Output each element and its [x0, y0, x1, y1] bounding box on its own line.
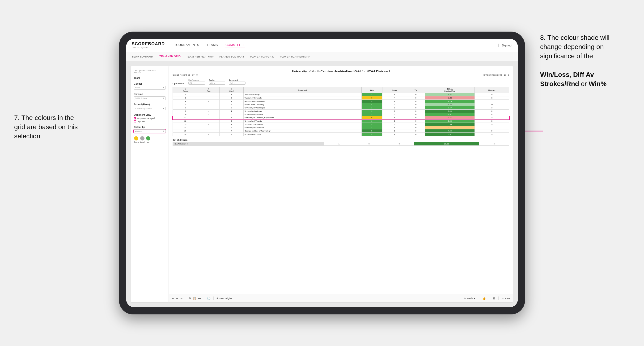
subnav-team-summary[interactable]: TEAM SUMMARY	[132, 54, 154, 59]
td-win: 4	[362, 103, 382, 106]
td-reg: -	[198, 100, 220, 103]
undo-icon[interactable]: ↩	[172, 297, 174, 300]
team-label: Team	[134, 77, 166, 79]
gender-select[interactable]: Men's ▼	[134, 86, 166, 90]
td-reg: -	[198, 120, 220, 123]
td-tie: 0	[407, 93, 425, 96]
td-rank: 4	[173, 100, 198, 103]
main-content: Last Updated: 27/03/2024 16:55:38 Team G…	[126, 61, 518, 307]
clock-icon[interactable]: 🕐	[207, 297, 210, 300]
view-icon: 👁	[216, 297, 218, 300]
td-diff: 6.67	[425, 133, 475, 136]
th-conf: #Conf	[219, 87, 244, 93]
td-reg: -	[198, 113, 220, 116]
subnav-player-summary[interactable]: PLAYER SUMMARY	[219, 54, 244, 59]
thumbs-icon[interactable]: 👍	[482, 297, 486, 300]
td-div-win: 1	[324, 142, 354, 146]
td-loss: 0	[382, 113, 407, 116]
td-loss: 1	[382, 100, 407, 103]
td-tie: 0	[407, 133, 425, 136]
radio-top100[interactable]: Top 100	[134, 120, 166, 123]
radio-opponents-played[interactable]: Opponents Played	[134, 117, 166, 120]
td-div-rounds: 3	[479, 142, 509, 146]
td-win: 1	[362, 120, 382, 123]
legend-dot-up	[146, 136, 150, 141]
td-conf: 3	[219, 120, 244, 123]
td-conf: 1	[219, 93, 244, 96]
td-opponent: Florida State University	[244, 103, 362, 106]
grid-icon[interactable]: ⊞	[493, 297, 495, 300]
td-loss: 1	[382, 93, 407, 96]
nav-committee[interactable]: COMMITTEE	[226, 42, 245, 48]
school-select[interactable]: 1. University of Nort... ▼	[134, 107, 166, 110]
td-opponent: Auburn University	[244, 93, 362, 96]
td-diff: 2.61	[425, 113, 475, 116]
logo-sub: Powered by clippd	[132, 46, 165, 49]
td-rounds: 8	[475, 96, 509, 100]
td-tie: 0	[407, 129, 425, 133]
subnav-player-h2h-grid[interactable]: PLAYER H2H GRID	[250, 54, 274, 59]
td-reg: -	[198, 106, 220, 110]
out-of-division-table: NCAA Division II 1 0 0 26.00 3	[172, 142, 509, 146]
td-diff: 9.00	[425, 110, 475, 113]
td-loss: 1	[382, 126, 407, 129]
filter-row: Opponents: Conference (All) ▼ Region (Al	[172, 79, 509, 85]
tablet-screen: SCOREBOARD Powered by clippd TOURNAMENTS…	[126, 39, 518, 307]
region-select[interactable]: (All) ▼	[209, 82, 225, 85]
paste-icon[interactable]: 📋	[193, 297, 196, 300]
subnav-team-h2h-heatmap[interactable]: TEAM H2H HEATMAP	[186, 54, 214, 59]
toolbar-sep6	[498, 297, 498, 300]
subnav-team-h2h-grid[interactable]: TEAM H2H GRID	[159, 54, 180, 59]
td-rank: 3	[173, 96, 198, 100]
td-rounds: 3	[475, 116, 509, 120]
redo-icon[interactable]: ↪	[176, 297, 178, 300]
th-tie: Tie	[407, 87, 425, 93]
td-rank: 2	[173, 93, 198, 96]
radio-dot-opponents	[134, 117, 136, 120]
td-opponent: University of Alabama	[244, 113, 362, 116]
td-diff: 3.67	[425, 106, 475, 110]
legend-up: Up	[146, 136, 150, 143]
division-label: Division	[134, 93, 166, 95]
td-win: 5	[362, 100, 382, 103]
nav-tournaments[interactable]: TOURNAMENTS	[174, 42, 199, 48]
subnav-player-h2h-heatmap[interactable]: PLAYER H2H HEATMAP	[280, 54, 310, 59]
td-diff: 1.67	[425, 93, 475, 96]
copy-icon[interactable]: ⧉	[189, 297, 191, 300]
annotation-right-text: 8. The colour shade will change dependin…	[540, 34, 610, 60]
nav-teams[interactable]: TEAMS	[207, 42, 218, 48]
back-icon[interactable]: ←	[180, 297, 183, 300]
td-tie: 0	[407, 96, 425, 100]
out-of-division-label: Out of division	[172, 139, 509, 141]
report-subtitle: Overall Record: 89 - 17 - 0 Division Rec…	[172, 74, 509, 76]
gender-section: Gender Men's ▼	[134, 82, 166, 90]
colour-by-section: Colour by Win/loss ▼	[134, 126, 166, 133]
td-tie: 0	[407, 123, 425, 126]
watch-button[interactable]: 👁 Watch ▼	[464, 297, 476, 300]
sign-out-button[interactable]: Sign out	[502, 44, 512, 47]
td-win: 3	[362, 113, 382, 116]
td-reg: -	[198, 103, 220, 106]
td-rounds: 3	[475, 120, 509, 123]
opponent-select[interactable]: (All) ▼	[229, 82, 246, 85]
td-conf: 2	[219, 133, 244, 136]
overall-record: Overall Record: 89 - 17 - 0	[172, 74, 198, 76]
td-div-loss: 0	[354, 142, 384, 146]
td-loss: 1	[382, 116, 407, 120]
td-win: 3	[362, 123, 382, 126]
th-win: Win	[362, 87, 382, 93]
td-diff: 2.28	[425, 100, 475, 103]
td-opponent: Texas Tech University	[244, 123, 362, 126]
filter-opponent: Opponent (All) ▼	[229, 79, 246, 85]
report-panel: University of North Carolina Head-to-Hea…	[168, 66, 513, 303]
td-tie: 0	[407, 116, 425, 120]
tablet-frame: SCOREBOARD Powered by clippd TOURNAMENTS…	[119, 32, 525, 314]
td-conf: 1	[219, 110, 244, 113]
td-rounds: 12	[475, 103, 509, 106]
conference-select[interactable]: (All) ▼	[188, 82, 205, 85]
dash-icon: —	[198, 297, 201, 300]
division-select[interactable]: NCAA Division I ▼	[134, 96, 166, 100]
colour-by-select[interactable]: Win/loss ▼	[134, 129, 166, 133]
sub-nav: TEAM SUMMARY TEAM H2H GRID TEAM H2H HEAT…	[126, 52, 518, 61]
share-button[interactable]: ↗ Share	[502, 297, 510, 300]
